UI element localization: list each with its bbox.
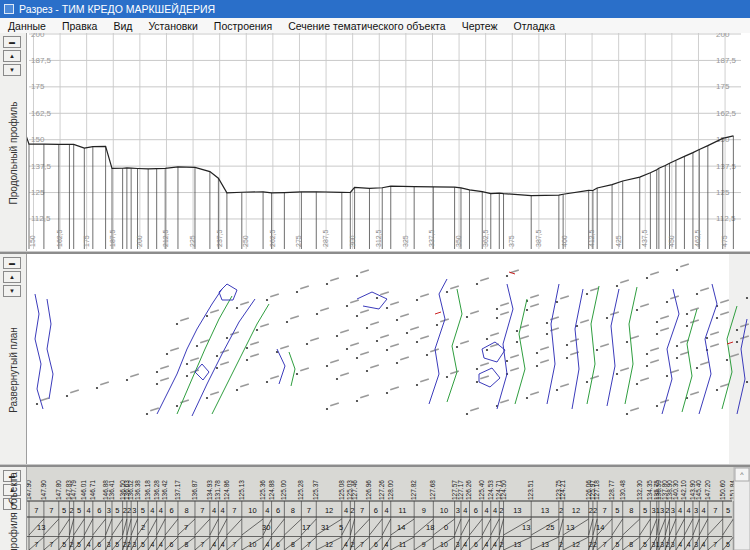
grid-bottom-value: 3 (660, 541, 664, 548)
survey-point (266, 299, 268, 301)
grid-distance-value: 4 (344, 506, 348, 515)
chainage-label: 212,5 (162, 229, 169, 247)
point-label-mark (170, 347, 179, 351)
plan-scroll-down-button[interactable]: ▼ (3, 285, 21, 297)
point-label-mark (470, 407, 479, 411)
title-bar[interactable]: Разрез - ТИМ КРЕДО МАРКШЕЙДЕРИЯ (0, 0, 750, 18)
point-label-mark (250, 353, 259, 357)
profile-chart[interactable]: 200200187,5187,5175175162,5162,515015013… (27, 33, 750, 251)
contour-line (219, 284, 237, 300)
grid-bottom-value: 7 (49, 541, 53, 548)
survey-point (696, 293, 698, 295)
grid-bottom-value: 7 (200, 541, 204, 548)
grid-distance-value: 3 (456, 506, 460, 515)
survey-point (606, 317, 608, 319)
grid-distance-value: 4 (150, 506, 154, 515)
point-label-mark (650, 347, 659, 351)
point-label-mark (720, 311, 729, 315)
grid-distance-value: 6 (97, 506, 101, 515)
survey-point (506, 360, 508, 362)
survey-point (36, 403, 38, 405)
grid-elevation-value: 127.17 (457, 480, 464, 500)
grid-distance-value: 12 (572, 506, 580, 515)
profile-collapse-button[interactable]: ▬ (3, 36, 21, 48)
point-label-mark (630, 407, 639, 411)
profile-scroll-down-button[interactable]: ▼ (3, 64, 21, 76)
point-label-mark (340, 372, 349, 376)
survey-point (396, 319, 398, 321)
grid-table[interactable]: 147.90147.90147.80147.83147.79146.01146.… (27, 467, 750, 550)
point-label-mark (530, 303, 539, 307)
survey-point (666, 301, 668, 303)
grid-bottom-value: 7 (603, 541, 607, 548)
grid-bottom-value: 8 (185, 541, 189, 548)
menu-ustanovki[interactable]: Установки (140, 20, 205, 32)
elevation-label-right: 162,5 (716, 109, 737, 118)
grid-bottom-value: 11 (399, 541, 406, 548)
grid-bottom-value: 4 (344, 541, 348, 548)
survey-point (666, 375, 668, 377)
grid-bottom-value: 4 (265, 541, 269, 548)
survey-point (726, 359, 728, 361)
menu-pravka[interactable]: Правка (54, 20, 105, 32)
chainage-label: 262,5 (269, 229, 276, 247)
grid-distance-value: 7 (603, 506, 607, 515)
grid-bottom-value: 10 (440, 541, 448, 548)
menu-vid[interactable]: Вид (105, 20, 140, 32)
grid-elevation-value: 123.51 (527, 480, 534, 500)
profile-scroll-up-button[interactable]: ▲ (3, 50, 21, 62)
survey-point (676, 357, 678, 359)
grid-group-value: 18 (426, 523, 434, 532)
point-label-mark (380, 291, 389, 295)
chainage-label: 237,5 (216, 229, 223, 247)
point-label-mark (350, 299, 359, 303)
point-label-mark (240, 301, 249, 305)
survey-point (516, 330, 518, 332)
point-label-mark (210, 391, 219, 395)
point-label-mark (350, 342, 359, 346)
grid-elevation-value: 140.30 (672, 480, 679, 500)
grid-bottom-value: 4 (463, 541, 467, 548)
grid-group-value: 13 (566, 523, 574, 532)
survey-point (656, 321, 658, 323)
contour-line (277, 349, 285, 384)
grid-distance-value: 4 (678, 506, 682, 515)
point-label-mark (690, 319, 699, 323)
survey-point (476, 368, 478, 370)
grid-bottom-value: 3 (107, 541, 111, 548)
survey-point (366, 327, 368, 329)
survey-point (66, 395, 68, 397)
survey-point (706, 337, 708, 339)
menu-sechenie[interactable]: Сечение тематического объекта (280, 20, 453, 32)
point-label-mark (160, 377, 169, 381)
grid-canvas[interactable]: 147.90147.90147.80147.83147.79146.01146.… (27, 467, 750, 550)
grid-elevation-value: 127.82 (410, 480, 417, 500)
point-label-mark (410, 326, 419, 330)
grid-elevation-value: 125.00 (280, 480, 287, 500)
menu-dannye[interactable]: Данные (0, 20, 54, 32)
survey-point (636, 383, 638, 385)
grid-distance-value: 7 (360, 506, 364, 515)
survey-point (556, 389, 558, 391)
point-label-mark (690, 391, 699, 395)
profile-line-group (27, 123, 733, 196)
plan-drawing[interactable] (27, 254, 750, 464)
point-label-mark (300, 285, 309, 289)
plan-canvas[interactable] (27, 254, 750, 464)
menu-chertezh[interactable]: Чертеж (454, 20, 506, 32)
menu-postroeniya[interactable]: Построения (206, 20, 280, 32)
point-label-mark (600, 343, 609, 347)
grid-bottom-value: 9 (422, 541, 426, 548)
grid-bottom-value: 8 (629, 541, 633, 548)
plan-collapse-button[interactable]: ▬ (3, 257, 21, 269)
profile-canvas[interactable]: 200200187,5187,5175175162,5162,515015013… (27, 33, 750, 251)
point-label-mark (560, 295, 569, 299)
elevation-label-left: 112,5 (31, 214, 51, 223)
plan-scroll-up-button[interactable]: ▲ (3, 271, 21, 283)
grid-bottom-value: 3 (671, 541, 675, 548)
survey-point (186, 375, 188, 377)
menu-otladka[interactable]: Отладка (506, 20, 564, 32)
grid-bottom-value: 3 (132, 541, 136, 548)
grid-group-value: 30 (262, 523, 270, 532)
point-label-mark (250, 341, 259, 345)
